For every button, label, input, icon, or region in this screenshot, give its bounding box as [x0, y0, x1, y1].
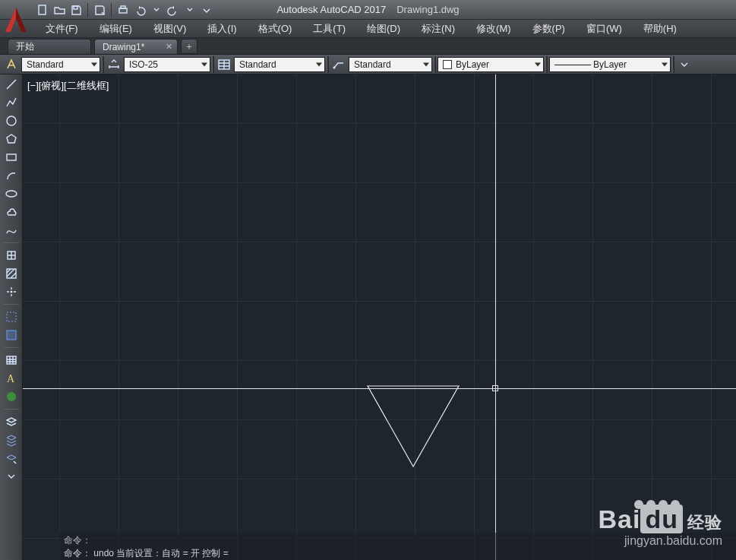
lineweight-combo[interactable]: ByLayer [549, 57, 671, 72]
undo-dropdown[interactable] [149, 2, 164, 17]
drawing-canvas[interactable]: [−][俯视][二维线框] 命令： 命令： undo 当前设置：自动 = 开 控… [23, 74, 736, 560]
rectangle-tool[interactable] [3, 149, 20, 166]
menu-file[interactable]: 文件(F) [35, 20, 89, 37]
chevron-down-icon [535, 62, 541, 66]
layer-tool[interactable] [3, 413, 20, 430]
separator [434, 56, 436, 73]
chevron-down-icon [662, 62, 668, 66]
chevron-down-icon [316, 62, 322, 66]
menu-modify[interactable]: 修改(M) [466, 20, 522, 37]
window-title: Autodesk AutoCAD 2017 Drawing1.dwg [276, 4, 459, 15]
arc-tool[interactable] [3, 167, 20, 184]
print-button[interactable] [115, 2, 131, 17]
toolbar-overflow[interactable] [676, 56, 693, 73]
menu-bar: 文件(F) 编辑(E) 视图(V) 插入(I) 格式(O) 工具(T) 绘图(D… [0, 20, 736, 38]
svg-point-6 [7, 116, 16, 125]
separator [111, 3, 112, 17]
save-button[interactable] [68, 2, 84, 17]
block-tool[interactable] [3, 247, 20, 264]
close-icon[interactable]: ✕ [166, 42, 172, 52]
dim-style-combo[interactable]: ISO-25 [124, 57, 210, 72]
saveas-button[interactable] [92, 2, 107, 17]
title-bar: Autodesk AutoCAD 2017 Drawing1.dwg [0, 0, 736, 20]
new-button[interactable] [35, 2, 50, 17]
separator [212, 56, 214, 73]
redo-dropdown[interactable] [182, 2, 197, 17]
combo-value: Standard [27, 59, 64, 70]
boundary-tool[interactable] [3, 327, 20, 343]
polyline-tool[interactable] [3, 94, 20, 111]
menu-help[interactable]: 帮助(H) [633, 20, 687, 37]
table-style-combo[interactable]: Standard [234, 57, 325, 72]
undo-button[interactable] [132, 2, 147, 17]
main-area: A [−][俯视][二维线框] 命令： 命令： undo 当前设置：自动 = 开… [0, 74, 736, 560]
point-tool[interactable] [3, 283, 20, 300]
command-line[interactable]: 命令： 命令： undo 当前设置：自动 = 开 控制 = [59, 533, 736, 560]
tab-label: Drawing1* [103, 42, 144, 52]
menu-draw[interactable]: 绘图(D) [356, 20, 411, 37]
line-tool[interactable] [3, 76, 20, 93]
crosshair-pickbox [492, 385, 498, 391]
menu-window[interactable]: 窗口(W) [576, 20, 633, 37]
menu-edit[interactable]: 编辑(E) [89, 20, 143, 37]
spline-tool[interactable] [3, 222, 20, 239]
chevron-down-icon [91, 62, 97, 66]
svg-rect-12 [7, 312, 16, 321]
separator [87, 3, 88, 17]
color-combo[interactable]: ByLayer [437, 57, 544, 72]
text-a-icon [5, 58, 18, 71]
chevron-down-icon [201, 62, 207, 66]
separator [4, 242, 19, 243]
svg-point-16 [7, 392, 16, 401]
menu-param[interactable]: 参数(P) [522, 20, 576, 37]
svg-rect-3 [121, 6, 125, 8]
mtext-tool[interactable]: A [3, 370, 20, 387]
menu-format[interactable]: 格式(O) [248, 20, 303, 37]
circle-tool[interactable] [3, 112, 20, 129]
text-style-button[interactable] [3, 56, 20, 73]
svg-point-5 [333, 66, 336, 68]
region-tool[interactable] [3, 308, 20, 325]
open-button[interactable] [52, 2, 67, 17]
viewport-controls[interactable]: [−][俯视][二维线框] [27, 79, 109, 93]
revcloud-tool[interactable] [3, 204, 20, 220]
ellipse-tool[interactable] [3, 185, 20, 202]
menu-insert[interactable]: 插入(I) [197, 20, 247, 37]
svg-rect-13 [7, 331, 16, 340]
hatch-tool[interactable] [3, 265, 20, 282]
menu-tools[interactable]: 工具(T) [302, 20, 356, 37]
combo-value: Standard [239, 59, 276, 70]
menu-view[interactable]: 视图(V) [143, 20, 197, 37]
polygon-tool[interactable] [3, 131, 20, 147]
svg-rect-7 [7, 154, 16, 160]
app-logo[interactable] [2, 2, 30, 38]
mleader-icon [332, 58, 346, 71]
redo-button[interactable] [166, 2, 181, 17]
separator [4, 304, 19, 305]
table-tool[interactable] [3, 352, 20, 369]
gradient-tool[interactable] [3, 388, 20, 405]
svg-rect-2 [119, 8, 127, 13]
dim-style-button[interactable] [106, 56, 122, 73]
tab-drawing1[interactable]: Drawing1* ✕ [94, 39, 178, 54]
command-prompt: 命令： undo 当前设置：自动 = 开 控制 = [64, 547, 731, 560]
draw-toolbar: A [0, 74, 23, 560]
svg-rect-1 [74, 6, 77, 9]
tab-start[interactable]: 开始 [8, 39, 91, 54]
svg-point-8 [6, 191, 17, 197]
table-style-button[interactable] [216, 56, 232, 73]
combo-value: ByLayer [456, 59, 489, 70]
crosshair-horizontal [23, 388, 736, 389]
table-icon [217, 58, 231, 71]
layer-walk-tool[interactable] [3, 450, 20, 467]
mleader-style-combo[interactable]: Standard [349, 57, 432, 72]
menu-dim[interactable]: 标注(N) [411, 20, 466, 37]
toolbar-overflow[interactable] [3, 468, 20, 485]
qat-customize[interactable] [199, 2, 214, 17]
layer-states-tool[interactable] [3, 432, 20, 448]
new-tab-button[interactable]: ＋ [181, 39, 197, 54]
text-style-combo[interactable]: Standard [21, 57, 100, 72]
mleader-style-button[interactable] [330, 56, 347, 73]
separator [545, 56, 548, 73]
combo-value: ISO-25 [129, 59, 158, 70]
